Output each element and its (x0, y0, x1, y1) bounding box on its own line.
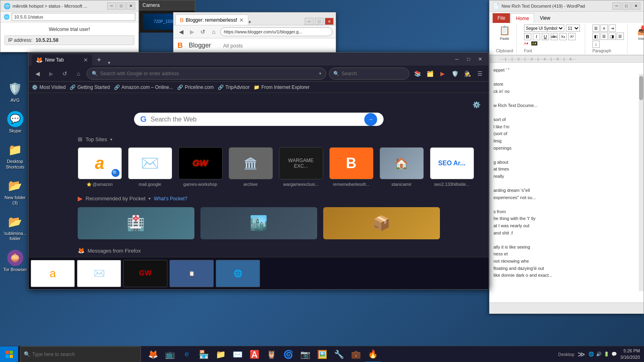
wordpad-minimize-btn[interactable]: ─ (612, 2, 621, 10)
firefox-tab-list-btn[interactable]: ▾ (108, 60, 110, 66)
taskbar-app-tool[interactable]: 🔧 (331, 346, 347, 362)
pocket-article-2[interactable]: 🏙️ (200, 207, 317, 239)
bookmark-tripadvisor[interactable]: 🔗 TripAdvisor (218, 84, 250, 90)
blogger-win-close[interactable]: ✕ (325, 18, 334, 25)
blogger-reload-btn[interactable]: ↺ (198, 28, 207, 35)
taskbar-app-camera[interactable]: 📷 (297, 346, 313, 362)
bullet-list-btn[interactable]: ☰ (592, 25, 600, 32)
taskbar-search-input[interactable] (32, 352, 137, 357)
taskbar-app-firefox2[interactable]: 🔥 (365, 346, 381, 362)
mikrotik-url-input[interactable] (12, 13, 135, 21)
firefox-home-btn[interactable]: ⌂ (73, 68, 84, 79)
wordpad-view-tab[interactable]: View (535, 13, 555, 23)
line-spacing-btn[interactable]: ↕ (592, 41, 600, 48)
taskbar-clock[interactable]: 5:26 PM 3/16/2020 (620, 348, 640, 360)
underline-button[interactable]: U (542, 33, 549, 40)
font-color-btn[interactable]: A▾ (524, 41, 528, 45)
topsite-stanica[interactable]: 🏠 stanicamir (380, 147, 424, 187)
topsite-gmail[interactable]: ✉️ mail.google (128, 147, 172, 187)
topsite-wargame[interactable]: WARGAME EXC... wargameexclusi... (279, 147, 323, 187)
bookmark-priceline[interactable]: 🔗 Priceline.com (177, 84, 214, 90)
taskbar-chevron-right[interactable]: ≫ (578, 350, 585, 359)
font-name-select[interactable]: Segoe UI Symbol (524, 25, 564, 32)
firefox-new-tab-btn[interactable]: + (93, 54, 105, 66)
taskbar-app-mail[interactable]: ✉️ (229, 346, 246, 362)
taskbar-network-icon[interactable]: 🌐 (588, 352, 594, 357)
firefox-library-icon[interactable]: 📚 (412, 68, 423, 79)
topsite-archive[interactable]: 🏛️ archive (229, 147, 273, 187)
topsites-chevron[interactable]: ▾ (110, 137, 112, 142)
firefox-private-icon[interactable]: 🕵️ (462, 68, 473, 79)
firefox-pocket-icon[interactable]: ▶ (437, 68, 448, 79)
taskbar-app-amazon[interactable]: 🅰️ (246, 346, 262, 362)
firefox-maximize-btn[interactable]: □ (463, 55, 474, 64)
newtab-search-submit-btn[interactable]: → (364, 113, 377, 126)
wordpad-maximize-btn[interactable]: □ (622, 2, 631, 10)
blogger-active-tab[interactable]: B Blogger: rememberlessf ✕ (175, 14, 248, 25)
topsite-blogger[interactable]: B rememeberlessfr... (329, 147, 374, 187)
pocket-chevron-btn[interactable]: ▾ (149, 196, 151, 201)
desktop-icon-skype[interactable]: 💬 Skype (2, 111, 28, 134)
paste-button[interactable]: 📋 Paste (496, 25, 512, 41)
newtab-search-box[interactable]: G → (134, 113, 384, 126)
wordpad-close-btn[interactable]: ✕ (632, 2, 640, 10)
blogger-url-input[interactable] (220, 27, 332, 36)
firefox-menu-icon[interactable]: ☰ (474, 68, 485, 79)
filmstrip-item-5[interactable]: 🌐 (216, 260, 260, 287)
mikrotik-maximize-btn[interactable]: □ (117, 2, 126, 10)
taskbar-app-unknown[interactable]: 🌀 (280, 346, 296, 362)
align-center-btn[interactable]: ☰ (601, 33, 608, 40)
filmstrip-item-4[interactable]: 📋 (169, 260, 214, 287)
filmstrip-item-2[interactable]: ✉️ (77, 260, 121, 287)
bookmark-amazon[interactable]: 🔗 Amazon.com – Online... (114, 84, 173, 90)
firefox-address-bar[interactable]: 🔍 ▾ (87, 68, 326, 80)
firefox-close-btn[interactable]: ✕ (475, 55, 485, 64)
align-left-btn[interactable]: ◧ (592, 33, 600, 40)
newtab-search-input[interactable] (151, 116, 360, 123)
firefox-shield-icon[interactable]: 🛡️ (449, 68, 460, 79)
taskbar-app-firefox[interactable]: 🦊 (145, 346, 161, 362)
blogger-new-tab-btn[interactable]: + (248, 19, 252, 25)
pocket-article-1[interactable]: 🏥 (78, 207, 194, 239)
firefox-search-bar[interactable]: 🔍 (329, 68, 409, 80)
firefox-minimize-btn[interactable]: ─ (452, 55, 462, 64)
filmstrip-item-3[interactable]: GW (123, 260, 167, 287)
bookmark-getting-started[interactable]: 🔗 Getting Started (70, 84, 110, 90)
subscript-button[interactable]: X₂ (559, 33, 567, 40)
wordpad-scroll-thumb[interactable] (639, 76, 643, 100)
taskbar-app-video[interactable]: 📺 (162, 346, 178, 362)
firefox-forward-btn[interactable]: ▶ (45, 68, 57, 79)
mikrotik-close-btn[interactable]: ✕ (126, 2, 135, 10)
taskbar-app-tripadvisor[interactable]: 🦉 (263, 346, 279, 362)
taskbar-search-bar[interactable]: 🔍 (20, 346, 141, 362)
justify-btn[interactable]: ☰ (617, 33, 624, 40)
desktop-icon-subliminal[interactable]: 📂 'sublimina... folder (2, 214, 28, 241)
whats-pocket-link[interactable]: What's Pocket? (154, 196, 187, 202)
taskbar-app-explorer[interactable]: 📁 (213, 346, 229, 362)
topsite-amazon[interactable]: a 🔍 ⭐ @amazon (78, 147, 122, 187)
strikethrough-button[interactable]: ab̶c (551, 33, 558, 40)
desktop-icon-shortcuts[interactable]: 📁 Desktop Shortcuts (2, 142, 28, 169)
indent-btn[interactable]: ⇥ (609, 25, 616, 32)
taskbar-app-edge[interactable]: e (179, 346, 195, 362)
firefox-address-dropdown-btn[interactable]: ▾ (319, 71, 321, 76)
firefox-newtab-tab[interactable]: 🦊 New Tab ✕ (32, 54, 92, 66)
start-button[interactable] (0, 346, 18, 362)
pocket-article-3[interactable]: 📦 (323, 207, 440, 239)
desktop-icon-avg[interactable]: 🛡️ AVG (2, 80, 28, 103)
taskbar-app-filemgr[interactable]: 💼 (348, 346, 364, 362)
font-size-select[interactable]: 11 (566, 25, 580, 32)
wordpad-home-tab[interactable]: Home (511, 13, 534, 23)
wordpad-text-area[interactable]: eppet ' " store ck in' no w Rich Text Do… (489, 63, 644, 302)
desktop-icon-new-folder[interactable]: 📂 New folder (3) (2, 178, 28, 206)
firefox-reload-btn[interactable]: ↺ (59, 68, 70, 79)
firefox-synced-tabs-icon[interactable]: 🗂️ (424, 68, 436, 79)
align-right-btn[interactable]: ◨ (609, 33, 616, 40)
newtab-settings-icon[interactable]: ⚙️ (473, 101, 481, 109)
italic-button[interactable]: I (533, 33, 540, 40)
superscript-button[interactable]: X² (568, 33, 576, 40)
numbered-list-btn[interactable]: ≡ (601, 25, 608, 32)
insert-button[interactable]: 📥 Insert (635, 25, 644, 41)
blogger-tab-close[interactable]: ✕ (239, 17, 244, 23)
firefox-back-btn[interactable]: ◀ (32, 68, 43, 79)
